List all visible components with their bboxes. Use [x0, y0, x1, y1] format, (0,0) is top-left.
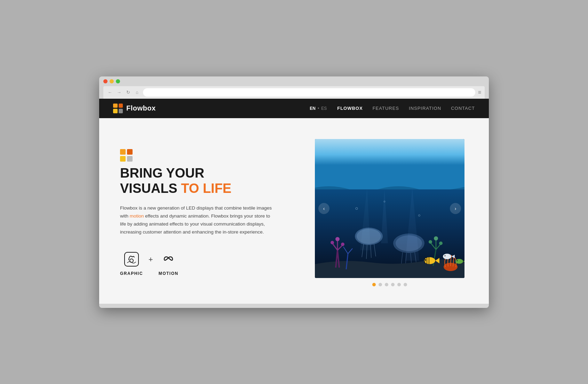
svg-point-26	[424, 257, 435, 264]
svg-point-34	[457, 260, 458, 261]
motion-icon-item: MOTION	[159, 250, 178, 276]
address-bar[interactable]	[143, 88, 475, 97]
carousel-next[interactable]: ›	[450, 203, 461, 214]
website-content: Flowbox EN • ES FLOWBOX FEATURES INSPIRA…	[99, 99, 489, 304]
home-button[interactable]: ⌂	[134, 89, 140, 96]
nav-contact[interactable]: CONTACT	[451, 106, 475, 111]
back-button[interactable]: ←	[107, 89, 113, 96]
logo-sq-1	[113, 104, 118, 108]
forward-button[interactable]: →	[116, 89, 122, 96]
lang-en[interactable]: EN	[310, 106, 316, 111]
browser-toolbar: ← → ↻ ⌂ ≡	[103, 86, 485, 99]
nav-links: FLOWBOX FEATURES INSPIRATION CONTACT	[337, 106, 475, 111]
browser-bottom	[99, 304, 489, 308]
logo-icon	[113, 104, 123, 113]
hero-sq-3	[120, 156, 126, 162]
site-logo[interactable]: Flowbox	[113, 104, 156, 113]
hero-title: BRING YOUR VISUALS TO LIFE	[120, 166, 294, 196]
graphic-icon	[122, 250, 141, 268]
hero-title-visuals: VISUALS	[120, 181, 181, 196]
svg-point-20	[341, 243, 344, 246]
svg-point-22	[429, 240, 432, 244]
lang-es[interactable]: ES	[321, 106, 327, 111]
svg-point-24	[434, 236, 438, 240]
graphic-icon-item: GRAPHIC	[120, 250, 143, 276]
close-dot[interactable]	[103, 79, 108, 83]
carousel-dot-2[interactable]	[379, 283, 382, 286]
hero-left: BRING YOUR VISUALS TO LIFE Flowbox is a …	[120, 149, 294, 276]
nav-inspiration[interactable]: INSPIRATION	[409, 106, 441, 111]
browser-chrome: ← → ↻ ⌂ ≡	[99, 76, 489, 99]
site-navigation: Flowbox EN • ES FLOWBOX FEATURES INSPIRA…	[99, 99, 489, 118]
nav-features[interactable]: FEATURES	[373, 106, 399, 111]
carousel-dots	[372, 283, 407, 286]
lang-separator: •	[318, 106, 319, 111]
nav-right: EN • ES FLOWBOX FEATURES INSPIRATION CON…	[310, 106, 475, 111]
hero-section: BRING YOUR VISUALS TO LIFE Flowbox is a …	[99, 118, 489, 304]
minimize-dot[interactable]	[110, 79, 114, 83]
hero-logo-mark	[120, 149, 133, 162]
hero-right: ‹ ›	[315, 139, 464, 286]
refresh-button[interactable]: ↻	[125, 89, 131, 96]
motion-icon	[159, 250, 177, 268]
carousel-dot-5[interactable]	[397, 283, 401, 286]
carousel-dot-6[interactable]	[404, 283, 407, 286]
maximize-dot[interactable]	[116, 79, 120, 83]
hero-sq-2	[127, 149, 133, 155]
graphic-label: GRAPHIC	[120, 271, 143, 276]
svg-point-30	[425, 259, 426, 261]
svg-point-14	[396, 235, 422, 251]
svg-point-23	[439, 242, 443, 245]
svg-point-31	[443, 254, 451, 259]
plus-sign: +	[149, 255, 153, 264]
hero-icons: GRAPHIC + MOTION	[120, 250, 294, 276]
hero-desc-highlight: motion	[130, 213, 144, 219]
carousel: ‹ ›	[315, 139, 464, 278]
browser-window: ← → ↻ ⌂ ≡ Flowbox	[99, 76, 489, 308]
svg-point-32	[445, 255, 446, 256]
carousel-dot-4[interactable]	[391, 283, 395, 286]
svg-point-33	[455, 259, 463, 264]
language-switcher: EN • ES	[310, 106, 327, 111]
hero-sq-1	[120, 149, 126, 155]
browser-titlebar	[103, 79, 485, 86]
carousel-dot-3[interactable]	[385, 283, 388, 286]
carousel-prev[interactable]: ‹	[318, 203, 329, 214]
nav-flowbox[interactable]: FLOWBOX	[337, 106, 363, 111]
motion-label: MOTION	[159, 271, 178, 276]
address-input[interactable]	[146, 90, 472, 95]
underwater-scene	[315, 139, 464, 278]
carousel-dot-1[interactable]	[372, 283, 376, 286]
hero-sq-4	[127, 156, 133, 162]
svg-rect-2	[315, 139, 464, 191]
carousel-image	[315, 139, 464, 278]
logo-text: Flowbox	[126, 104, 156, 112]
hero-description: Flowbox is a new generation of LED displ…	[120, 204, 273, 236]
logo-sq-3	[113, 109, 118, 113]
svg-point-21	[335, 237, 340, 241]
svg-point-8	[357, 229, 381, 244]
logo-sq-2	[119, 104, 123, 108]
hero-title-line2: VISUALS TO LIFE	[120, 181, 294, 196]
svg-point-19	[331, 241, 334, 244]
menu-button[interactable]: ≡	[478, 89, 481, 96]
hero-title-tolife: TO LIFE	[181, 181, 231, 196]
hero-title-line1: BRING YOUR	[120, 166, 294, 181]
logo-sq-4	[119, 109, 123, 113]
